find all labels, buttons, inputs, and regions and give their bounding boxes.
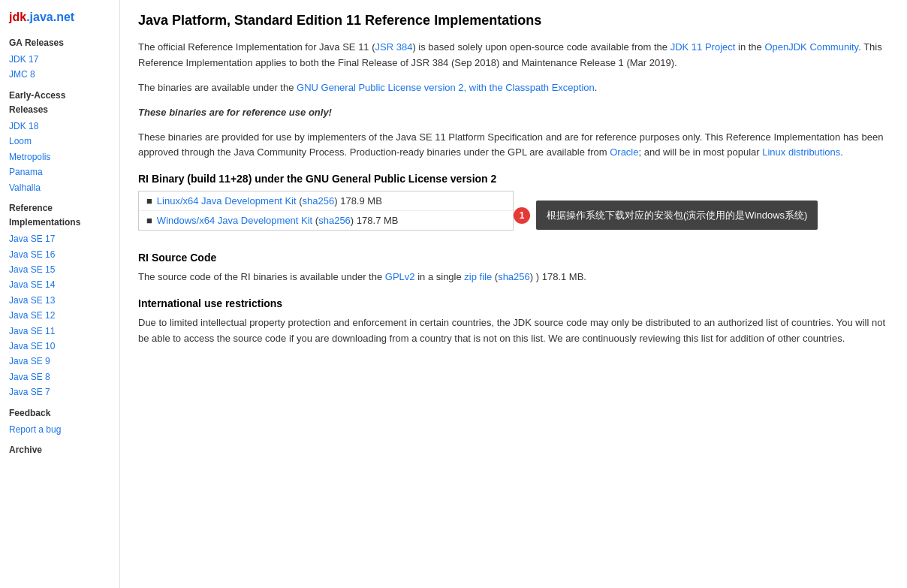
zip-file-link[interactable]: zip file (464, 271, 492, 282)
sidebar-link-java9[interactable]: Java SE 9 (9, 354, 110, 369)
bullet-windows: ■ (146, 215, 152, 226)
ga-releases-title: GA Releases (9, 36, 110, 50)
sidebar-link-report-bug[interactable]: Report a bug (9, 422, 110, 437)
binary-row-windows: ■ Windows/x64 Java Development Kit (sha2… (139, 211, 513, 230)
jsr384-link[interactable]: JSR 384 (375, 41, 413, 53)
ri-source-title: RI Source Code (138, 252, 889, 264)
annotation-tooltip-1: 根据操作系统下载对应的安装包(演示使用的是Windows系统) (536, 201, 818, 231)
sidebar-link-java15[interactable]: Java SE 15 (9, 262, 110, 277)
oracle-link[interactable]: Oracle (610, 146, 638, 158)
sidebar-link-java11[interactable]: Java SE 11 (9, 324, 110, 339)
bold-italic-notice: These binaries are for reference use onl… (138, 105, 889, 121)
ri-binary-title: RI Binary (build 11+28) under the GNU Ge… (138, 173, 889, 185)
sidebar-link-java7[interactable]: Java SE 7 (9, 384, 110, 400)
binary-download-section: ■ Linux/x64 Java Development Kit (sha256… (138, 191, 889, 240)
logo-jdk: jdk (9, 11, 26, 23)
sidebar-link-java13[interactable]: Java SE 13 (9, 293, 110, 308)
openjdk-link[interactable]: OpenJDK Community (764, 41, 858, 53)
binary-table-wrapper: ■ Linux/x64 Java Development Kit (sha256… (138, 191, 514, 240)
gnu-paragraph: The binaries are available under the GNU… (138, 80, 889, 96)
intl-restrictions-title: International use restrictions (138, 297, 889, 309)
sidebar-link-java10[interactable]: Java SE 10 (9, 339, 110, 354)
binary-row-linux: ■ Linux/x64 Java Development Kit (sha256… (139, 191, 513, 211)
sidebar-link-valhalla[interactable]: Valhalla (9, 180, 110, 195)
windows-jdk-link[interactable]: Windows/x64 Java Development Kit (157, 215, 312, 226)
intl-paragraph: Due to limited intellectual property pro… (138, 315, 889, 347)
sidebar-link-java16[interactable]: Java SE 16 (9, 247, 110, 262)
sidebar-link-java14[interactable]: Java SE 14 (9, 277, 110, 292)
bullet-linux: ■ (146, 195, 152, 207)
gnu-license-link[interactable]: GNU General Public License version 2, wi… (297, 82, 595, 93)
jdk11-project-link[interactable]: JDK 11 Project (670, 41, 736, 53)
early-access-title: Early-AccessReleases (9, 89, 110, 117)
linux-sha256-link[interactable]: sha256 (303, 195, 335, 207)
page-title: Java Platform, Standard Edition 11 Refer… (138, 12, 889, 29)
binary-table: ■ Linux/x64 Java Development Kit (sha256… (138, 191, 514, 231)
sidebar-link-java12[interactable]: Java SE 12 (9, 308, 110, 323)
archive-title: Archive (9, 443, 110, 457)
sidebar-link-loom[interactable]: Loom (9, 134, 110, 149)
source-sha256-link[interactable]: sha256 (498, 271, 530, 282)
source-paragraph: The source code of the RI binaries is av… (138, 270, 889, 285)
gplv2-link[interactable]: GPLv2 (385, 271, 415, 282)
sidebar-link-java8[interactable]: Java SE 8 (9, 369, 110, 384)
annotation-badge-1: 1 (514, 207, 530, 224)
intro-paragraph: The official Reference Implementation fo… (138, 40, 889, 71)
logo-rest: .java.net (26, 11, 74, 23)
sidebar: jdk.java.net GA Releases JDK 17 JMC 8 Ea… (0, 0, 120, 588)
sidebar-link-jdk18[interactable]: JDK 18 (9, 119, 110, 134)
windows-sha256-link[interactable]: sha256 (318, 215, 351, 226)
sidebar-link-java17[interactable]: Java SE 17 (9, 231, 110, 246)
sidebar-link-panama[interactable]: Panama (9, 164, 110, 179)
main-content: Java Platform, Standard Edition 11 Refer… (120, 0, 907, 588)
linux-distros-link[interactable]: Linux distributions (762, 146, 840, 158)
sidebar-link-metropolis[interactable]: Metropolis (9, 149, 110, 164)
sidebar-link-jmc8[interactable]: JMC 8 (9, 67, 110, 82)
ref-impl-title: ReferenceImplementations (9, 201, 110, 230)
ref-only-paragraph: These binaries are provided for use by i… (138, 130, 889, 161)
site-logo[interactable]: jdk.java.net (9, 8, 110, 27)
linux-jdk-link[interactable]: Linux/x64 Java Development Kit (157, 195, 297, 207)
feedback-title: Feedback (9, 406, 110, 421)
sidebar-link-jdk17[interactable]: JDK 17 (9, 52, 110, 67)
